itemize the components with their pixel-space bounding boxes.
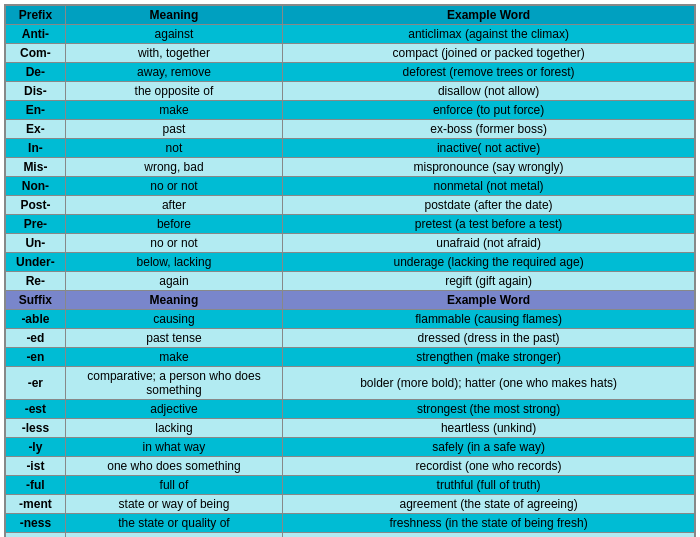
cell-meaning: no or not bbox=[65, 177, 282, 196]
table-row: -estadjectivestrongest (the most strong) bbox=[6, 400, 695, 419]
cell-example: underage (lacking the required age) bbox=[283, 253, 695, 272]
table-row: Un-no or notunafraid (not afraid) bbox=[6, 234, 695, 253]
table-row: Anti-againstanticlimax (against the clim… bbox=[6, 25, 695, 44]
cell-meaning: the state or quality of bbox=[65, 514, 282, 533]
cell-example: ex-boss (former boss) bbox=[283, 120, 695, 139]
cell-term: Ex- bbox=[6, 120, 66, 139]
cell-example: postdate (after the date) bbox=[283, 196, 695, 215]
table-row: -enmakestrengthen (make stronger) bbox=[6, 348, 695, 367]
cell-term: -less bbox=[6, 419, 66, 438]
table-body: Anti-againstanticlimax (against the clim… bbox=[6, 25, 695, 538]
cell-example: flammable (causing flames) bbox=[283, 310, 695, 329]
cell-meaning: after bbox=[65, 196, 282, 215]
cell-example: enforce (to put force) bbox=[283, 101, 695, 120]
cell-example: agreement (the state of agreeing) bbox=[283, 495, 695, 514]
cell-term: -ous bbox=[6, 533, 66, 538]
cell-meaning: not bbox=[65, 139, 282, 158]
table-row: Under-below, lackingunderage (lacking th… bbox=[6, 253, 695, 272]
cell-example: heartless (unkind) bbox=[283, 419, 695, 438]
header-meaning: Meaning bbox=[65, 6, 282, 25]
cell-meaning: full of bbox=[65, 476, 282, 495]
cell-term: De- bbox=[6, 63, 66, 82]
cell-term: -ful bbox=[6, 476, 66, 495]
header-prefix: Prefix bbox=[6, 6, 66, 25]
cell-example: nonmetal (not metal) bbox=[283, 177, 695, 196]
table-row: -lesslackingheartless (unkind) bbox=[6, 419, 695, 438]
cell-term: Dis- bbox=[6, 82, 66, 101]
cell-term: -er bbox=[6, 367, 66, 400]
cell-meaning: one who does something bbox=[65, 457, 282, 476]
table-row: -ercomparative; a person who does someth… bbox=[6, 367, 695, 400]
table-row: Re-againregift (gift again) bbox=[6, 272, 695, 291]
cell-example: strengthen (make stronger) bbox=[283, 348, 695, 367]
cell-term: Re- bbox=[6, 272, 66, 291]
cell-meaning: again bbox=[65, 272, 282, 291]
cell-meaning: with, together bbox=[65, 44, 282, 63]
cell-example: inactive( not active) bbox=[283, 139, 695, 158]
cell-term: -est bbox=[6, 400, 66, 419]
cell-term: Mis- bbox=[6, 158, 66, 177]
cell-example: dressed (dress in the past) bbox=[283, 329, 695, 348]
cell-meaning: full of bbox=[65, 533, 282, 538]
cell-meaning: away, remove bbox=[65, 63, 282, 82]
cell-term: Anti- bbox=[6, 25, 66, 44]
suffix-header-cell: Suffix bbox=[6, 291, 66, 310]
cell-meaning: wrong, bad bbox=[65, 158, 282, 177]
cell-term: -en bbox=[6, 348, 66, 367]
cell-example: disallow (not allow) bbox=[283, 82, 695, 101]
table-row: Dis-the opposite ofdisallow (not allow) bbox=[6, 82, 695, 101]
cell-meaning: lacking bbox=[65, 419, 282, 438]
cell-example: pretest (a test before a test) bbox=[283, 215, 695, 234]
cell-example: compact (joined or packed together) bbox=[283, 44, 695, 63]
suffix-header-cell: Meaning bbox=[65, 291, 282, 310]
cell-term: Un- bbox=[6, 234, 66, 253]
cell-meaning: make bbox=[65, 348, 282, 367]
prefix-suffix-table: Prefix Meaning Example Word Anti-against… bbox=[5, 5, 695, 537]
cell-meaning: state or way of being bbox=[65, 495, 282, 514]
cell-meaning: past tense bbox=[65, 329, 282, 348]
cell-term: -ed bbox=[6, 329, 66, 348]
cell-meaning: before bbox=[65, 215, 282, 234]
cell-term: Under- bbox=[6, 253, 66, 272]
table-row: Mis-wrong, badmispronounce (say wrongly) bbox=[6, 158, 695, 177]
cell-term: Post- bbox=[6, 196, 66, 215]
main-table-container: Prefix Meaning Example Word Anti-against… bbox=[4, 4, 696, 537]
table-row: -edpast tensedressed (dress in the past) bbox=[6, 329, 695, 348]
table-row: Non-no or notnonmetal (not metal) bbox=[6, 177, 695, 196]
table-row: -mentstate or way of beingagreement (the… bbox=[6, 495, 695, 514]
table-row: -fulfull oftruthful (full of truth) bbox=[6, 476, 695, 495]
suffix-header-row: SuffixMeaningExample Word bbox=[6, 291, 695, 310]
cell-example: freshness (in the state of being fresh) bbox=[283, 514, 695, 533]
cell-meaning: past bbox=[65, 120, 282, 139]
table-row: Ex-pastex-boss (former boss) bbox=[6, 120, 695, 139]
cell-meaning: make bbox=[65, 101, 282, 120]
cell-meaning: in what way bbox=[65, 438, 282, 457]
table-row: -ousfull ofjoyous (full of joy) bbox=[6, 533, 695, 538]
cell-example: mispronounce (say wrongly) bbox=[283, 158, 695, 177]
cell-term: Non- bbox=[6, 177, 66, 196]
cell-example: bolder (more bold); hatter (one who make… bbox=[283, 367, 695, 400]
cell-meaning: causing bbox=[65, 310, 282, 329]
cell-meaning: comparative; a person who does something bbox=[65, 367, 282, 400]
cell-term: Com- bbox=[6, 44, 66, 63]
table-row: -lyin what waysafely (in a safe way) bbox=[6, 438, 695, 457]
table-row: -ablecausingflammable (causing flames) bbox=[6, 310, 695, 329]
table-row: De-away, removedeforest (remove trees or… bbox=[6, 63, 695, 82]
cell-example: strongest (the most strong) bbox=[283, 400, 695, 419]
cell-term: -ness bbox=[6, 514, 66, 533]
table-row: -nessthe state or quality offreshness (i… bbox=[6, 514, 695, 533]
cell-example: regift (gift again) bbox=[283, 272, 695, 291]
cell-term: En- bbox=[6, 101, 66, 120]
cell-term: -ment bbox=[6, 495, 66, 514]
cell-term: Pre- bbox=[6, 215, 66, 234]
cell-term: -able bbox=[6, 310, 66, 329]
table-row: Com-with, togethercompact (joined or pac… bbox=[6, 44, 695, 63]
cell-example: recordist (one who records) bbox=[283, 457, 695, 476]
cell-example: safely (in a safe way) bbox=[283, 438, 695, 457]
table-row: In-notinactive( not active) bbox=[6, 139, 695, 158]
table-row: En-makeenforce (to put force) bbox=[6, 101, 695, 120]
cell-example: truthful (full of truth) bbox=[283, 476, 695, 495]
cell-example: unafraid (not afraid) bbox=[283, 234, 695, 253]
table-row: Pre-beforepretest (a test before a test) bbox=[6, 215, 695, 234]
cell-term: In- bbox=[6, 139, 66, 158]
